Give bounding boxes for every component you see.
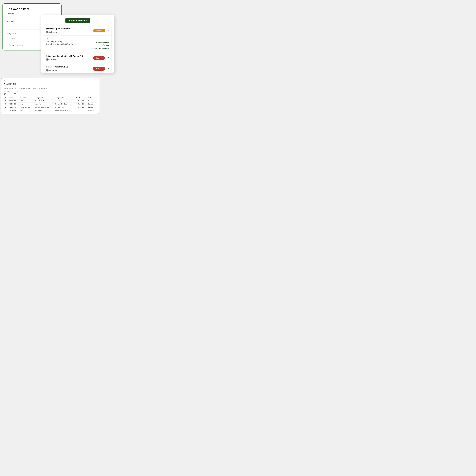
col-assigned-to: Assigned To [34,96,54,100]
table-body: 15 INC000012 tt123 Bryan Keith Wong John… [4,100,97,112]
person-icon-2: 👤 [46,58,49,61]
action-item-header-3: Obtain review from HOD 👤 Aliana Lim Over… [44,64,111,73]
add-comment-icon: + [96,42,97,44]
chevron-up-1[interactable]: ▲ [107,29,109,32]
due-by-label: Due By [10,38,15,40]
cell-due-on: 31 Mar, 2020 [75,100,87,102]
cell-assigned-to: Jasmine Chua Kai Ling [34,106,54,109]
assignee-name-1: Haja Mydin [49,31,57,33]
table-header: ID Incident Action Title Assigned To Ass… [4,96,97,100]
table-row: 24 INC000014 at4 Karthik Isai Belinda Ch… [4,109,97,112]
cell-assigned-by: John Perry [54,100,75,102]
status-badge-2: Overdue [93,56,105,60]
cell-status: Overdue [87,102,97,106]
cell-incident: INC000014 [8,109,19,112]
end-date-field: End Date 📅 [14,91,19,95]
action-item-card-1: pls followup on lab report 👤 Haja Mydin … [44,26,112,51]
assignee-row-2: 👤 Calvin Taylor [46,58,92,61]
action-items-table: ID Incident Action Title Assigned To Ass… [4,96,97,112]
cancel-label: Cancel [9,44,14,46]
start-date-label: Start Date [4,91,9,92]
col-id: ID [4,96,8,100]
add-comment-link[interactable]: + Add Comment [96,42,109,44]
detail-description-1: here [46,37,109,39]
col-status: Status [87,96,97,100]
end-date-label: End Date [14,91,19,92]
cell-action-title: Monkey business [19,106,34,109]
end-date-calendar-icon[interactable]: 📅 [14,93,19,95]
chevron-down-3[interactable]: ▼ [107,67,109,70]
action-item-header-left-3: Obtain review from HOD 👤 Aliana Lim [46,66,92,71]
cell-action-title: samp [19,102,34,106]
start-date-field: Start Date 📅 [4,91,9,95]
assignee-row-3: 👤 Aliana Lim [46,69,92,71]
edit-label: Edit [106,44,109,46]
add-action-item-button[interactable]: + Add Action Item [66,17,90,23]
cell-assigned-to: John Perry [34,102,54,106]
select-department[interactable]: Select Department [33,87,48,90]
col-incident: Incident [8,96,19,100]
cell-id: 25 [4,102,8,106]
cell-status: Overdue [87,100,97,102]
cell-id: 24 [4,109,8,112]
cell-due-on [75,109,87,112]
all-action-items-title: All Action Items [4,83,97,86]
start-date-calendar-icon[interactable]: 📅 [4,93,9,95]
action-item-card-2: Attach meeting minutes with Patient NOK … [44,53,112,62]
table-row: 25 INC000006 samp John Perry Noryani Bin… [4,102,97,106]
action-item-detail-1: here Created By:John Perry Created At: 1… [44,35,111,51]
action-item-header-left-1: pls followup on lab report 👤 Haja Mydin [46,28,92,33]
cell-action-title: tt123 [19,100,34,102]
calendar-icon: 📅 [7,37,9,40]
action-item-header-2: Attach meeting minutes with Patient NOK … [44,53,111,62]
cell-due-on: 17 Mar, 2020 [75,102,87,106]
edit-link[interactable]: ✏️ Edit [103,44,109,47]
select-status[interactable]: Select Status [4,87,16,90]
cell-assigned-by: Michelle Wang [54,106,75,109]
cell-assigned-by: Noryani Binte Bakar [54,102,75,106]
main-action-items-panel: + Add Action Item pls followup on lab re… [41,15,114,73]
action-title-label: Action Title [7,13,57,15]
action-item-title-3: Obtain review from HOD [46,66,92,68]
assignee-row-1: 👤 Haja Mydin [46,31,92,33]
all-action-items-card: ≡ All Action Items Select Status Select … [1,78,99,114]
filter-date-row: Start Date 📅 End Date 📅 [4,91,97,95]
person-icon-1: 👤 [46,31,49,33]
edit-icon: ✏️ [103,44,105,47]
table-row: 15 INC000012 tt123 Bryan Keith Wong John… [4,100,97,102]
col-action-title: Action Title [19,96,34,100]
edit-card-title: Edit Action Item [7,7,57,11]
action-item-title-1: pls followup on lab report [46,28,92,30]
action-item-header-left-2: Attach meeting minutes with Patient NOK … [46,55,92,61]
cell-incident: INC000006 [8,102,19,106]
cell-due-on: 04 Nov, 2020 [75,106,87,109]
assignee-name-3: Aliana Lim [49,69,57,71]
x-icon: ✕ [7,44,8,46]
plus-icon: + [69,19,70,22]
cell-id: 15 [4,100,8,102]
mark-complete-link[interactable]: ✔ Mark As Complete [92,47,109,49]
cell-status: Complete [87,109,97,112]
cell-status: Overdue [87,106,97,109]
chevron-down-2[interactable]: ▼ [107,57,109,59]
action-item-card-3: Obtain review from HOD 👤 Aliana Lim Over… [44,64,112,73]
checkmark-icon: ✔ [92,47,94,49]
action-item-title-2: Attach meeting minutes with Patient NOK [46,55,92,57]
created-at-1: Created At: 10 Sep, 2020 at 02:33 PM [46,43,73,45]
cancel-button[interactable]: ✕ Cancel [7,44,14,46]
cell-id: 42 [4,106,8,109]
action-item-header-1: pls followup on lab report 👤 Haja Mydin … [44,26,111,34]
status-badge-1: Pending [93,29,105,33]
submit-button[interactable]: Submit [17,44,23,46]
created-by-1: Created By:John Perry [46,41,73,42]
select-hospital[interactable]: Select Hospital [18,87,31,90]
col-assigned-by: Assigned By [54,96,75,100]
add-comment-label: Add Comment [98,42,109,44]
mark-complete-label: Mark As Complete [94,47,109,49]
cell-incident: INC000012 [8,100,19,102]
person-icon-3: 👤 [46,69,49,71]
cell-assigned-by: Belinda Chua Qiao Dan [54,109,75,112]
submit-label: Submit [17,44,23,46]
assignee-name-2: Calvin Taylor [49,59,58,60]
cell-assigned-to: Bryan Keith Wong [34,100,54,102]
